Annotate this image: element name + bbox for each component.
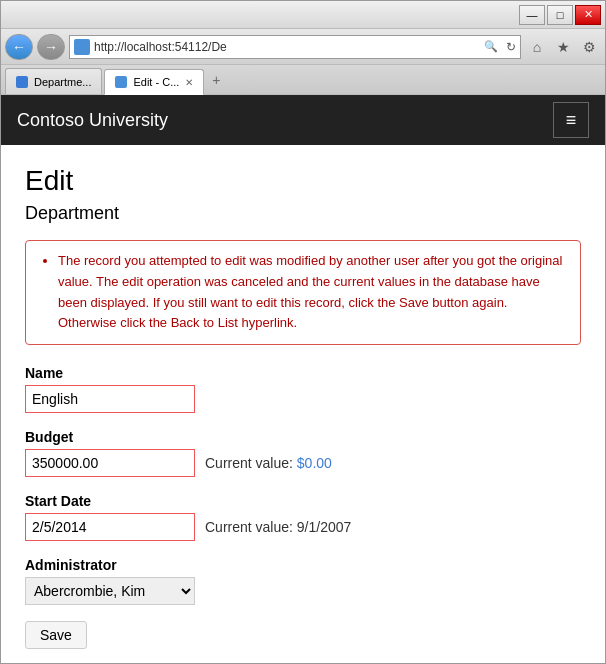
nav-bar: ← → http://localhost:54112/De 🔍 ↻ ⌂ ★ ⚙ <box>1 29 605 65</box>
budget-field-group: Budget Current value: $0.00 <box>25 429 581 477</box>
page-subheading: Department <box>25 203 581 224</box>
alert-message: The record you attempted to edit was mod… <box>58 251 566 334</box>
address-text: http://localhost:54112/De <box>94 40 476 54</box>
tab-departments-icon <box>16 76 28 88</box>
home-icon[interactable]: ⌂ <box>525 35 549 59</box>
app-content: Edit Department The record you attempted… <box>1 145 605 663</box>
start-date-field-group: Start Date Current value: 9/1/2007 <box>25 493 581 541</box>
browser-window: — □ ✕ ← → http://localhost:54112/De 🔍 ↻ … <box>0 0 606 664</box>
start-date-input[interactable] <box>25 513 195 541</box>
tab-bar: Departme... Edit - C... ✕ + <box>1 65 605 95</box>
tab-departments[interactable]: Departme... <box>5 68 102 94</box>
save-button[interactable]: Save <box>25 621 87 649</box>
back-button[interactable]: ← <box>5 34 33 60</box>
page-heading: Edit <box>25 165 581 197</box>
alert-box: The record you attempted to edit was mod… <box>25 240 581 345</box>
budget-input[interactable] <box>25 449 195 477</box>
budget-current-label: Current value: <box>205 455 297 471</box>
tab-edit-icon <box>115 76 127 88</box>
forward-button[interactable]: → <box>37 34 65 60</box>
title-bar: — □ ✕ <box>1 1 605 29</box>
close-button[interactable]: ✕ <box>575 5 601 25</box>
address-search-icon[interactable]: 🔍 <box>480 40 502 53</box>
administrator-label: Administrator <box>25 557 581 573</box>
name-label: Name <box>25 365 581 381</box>
tab-departments-label: Departme... <box>34 76 91 88</box>
start-date-label: Start Date <box>25 493 581 509</box>
name-field-group: Name <box>25 365 581 413</box>
app-title: Contoso University <box>17 110 168 131</box>
save-section: Save <box>25 621 581 649</box>
minimize-button[interactable]: — <box>519 5 545 25</box>
address-bar-icon <box>74 39 90 55</box>
start-date-current-label: Current value: <box>205 519 297 535</box>
administrator-field-group: Administrator Abercrombie, Kim Fakhouri,… <box>25 557 581 605</box>
start-date-current-value: Current value: 9/1/2007 <box>205 519 351 535</box>
new-tab-button[interactable]: + <box>206 72 226 88</box>
tab-edit-close[interactable]: ✕ <box>185 77 193 88</box>
hamburger-button[interactable]: ≡ <box>553 102 589 138</box>
budget-label: Budget <box>25 429 581 445</box>
address-refresh-button[interactable]: ↻ <box>506 40 516 54</box>
administrator-select[interactable]: Abercrombie, Kim Fakhouri, Fadi Harui, R… <box>25 577 195 605</box>
name-input[interactable] <box>25 385 195 413</box>
budget-row: Current value: $0.00 <box>25 449 581 477</box>
budget-current-link[interactable]: $0.00 <box>297 455 332 471</box>
start-date-current-text: 9/1/2007 <box>297 519 352 535</box>
tab-edit[interactable]: Edit - C... ✕ <box>104 69 204 95</box>
maximize-button[interactable]: □ <box>547 5 573 25</box>
budget-current-value: Current value: $0.00 <box>205 455 332 471</box>
start-date-row: Current value: 9/1/2007 <box>25 513 581 541</box>
app-navbar: Contoso University ≡ <box>1 95 605 145</box>
address-bar[interactable]: http://localhost:54112/De 🔍 ↻ <box>69 35 521 59</box>
favorites-icon[interactable]: ★ <box>551 35 575 59</box>
settings-icon[interactable]: ⚙ <box>577 35 601 59</box>
tab-edit-label: Edit - C... <box>133 76 179 88</box>
